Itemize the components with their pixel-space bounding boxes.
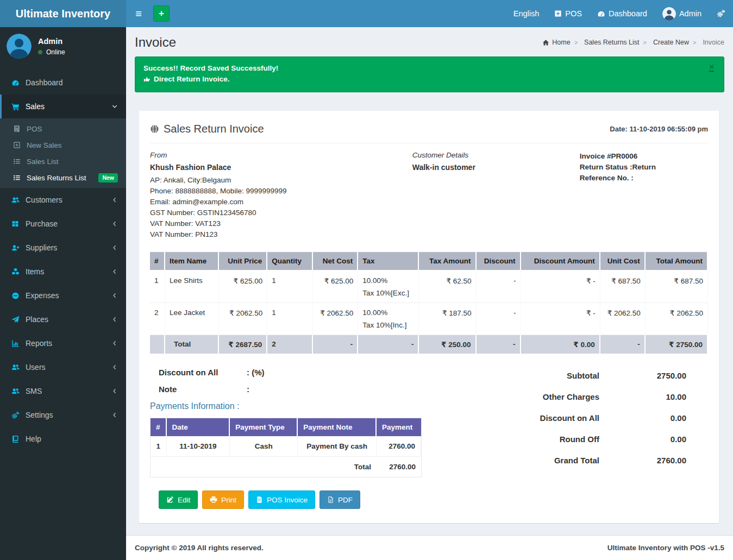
users-icon xyxy=(10,363,21,372)
sidebar-item-sales[interactable]: Sales xyxy=(0,95,126,118)
cell-pay-note: Payment By cash xyxy=(298,436,377,457)
breadcrumb-home[interactable]: Home xyxy=(542,39,570,46)
chevron-left-icon xyxy=(111,221,118,227)
cell-quantity: 1 xyxy=(267,303,313,335)
sidebar-item-pos[interactable]: POS xyxy=(0,121,126,137)
sidebar-item-label: Items xyxy=(26,267,44,276)
summary-discount-value: 0.00 xyxy=(599,413,686,423)
close-icon[interactable]: × xyxy=(709,62,714,72)
total-tax: - xyxy=(358,335,419,354)
customer-block: Customer Details Walk-in customer xyxy=(412,151,580,240)
cell-discount-amount: ₹ - xyxy=(521,303,600,335)
breadcrumb-create-new[interactable]: Create New xyxy=(640,39,689,46)
total-total-amount: ₹ 2750.00 xyxy=(646,335,708,354)
from-heading: From xyxy=(150,151,412,159)
avatar xyxy=(662,7,676,21)
sidebar-item-sms[interactable]: SMS xyxy=(0,379,126,403)
nav-pos-link[interactable]: POS xyxy=(547,0,590,27)
quick-add-button[interactable]: + xyxy=(153,5,170,22)
edit-button[interactable]: Edit xyxy=(159,490,198,509)
items-table: # Item Name Unit Price Quantity Net Cost… xyxy=(150,252,708,354)
sidebar-item-new-sales[interactable]: New Sales xyxy=(0,137,126,153)
col-pay-amount: Payment xyxy=(377,418,421,436)
total-tax-amount: ₹ 250.00 xyxy=(419,335,476,354)
invoice-card: Sales Return Invoice Date: 11-10-2019 06… xyxy=(139,111,719,523)
action-buttons: Edit Print POS Invoice PDF xyxy=(159,490,497,509)
subtotal-value: 2750.00 xyxy=(599,371,686,380)
breadcrumb-label: Create New xyxy=(653,39,689,46)
language-label: English xyxy=(513,9,540,18)
discount-on-all-value: : (%) xyxy=(247,368,265,377)
nav-dashboard-link[interactable]: Dashboard xyxy=(590,0,655,27)
cell-total-amount: ₹ 2062.50 xyxy=(646,303,708,335)
sidebar-item-sales-returns-list[interactable]: Sales Returns List New xyxy=(0,169,126,186)
list-icon xyxy=(12,174,22,181)
book-icon xyxy=(10,435,21,443)
user-menu[interactable]: Admin xyxy=(655,0,709,27)
sidebar-item-suppliers[interactable]: Suppliers xyxy=(0,236,126,260)
cell-unit-price: ₹ 2062.50 xyxy=(219,303,267,335)
company-vat2: VAT Number: PN123 xyxy=(150,229,412,240)
cell-item-name: Lee Shirts xyxy=(165,271,219,303)
paper-plane-icon xyxy=(10,316,21,324)
sidebar-user-status: Online xyxy=(38,48,65,56)
cell-pay-date: 11-10-2019 xyxy=(167,436,230,457)
sidebar-item-reports[interactable]: Reports xyxy=(0,331,126,355)
sidebar-item-sales-list[interactable]: Sales List xyxy=(0,153,126,169)
menu-toggle-icon[interactable]: ≡ xyxy=(126,0,151,27)
invoice-card-header: Sales Return Invoice Date: 11-10-2019 06… xyxy=(150,123,708,143)
sidebar-item-expenses[interactable]: Expenses xyxy=(0,284,126,307)
settings-menu[interactable] xyxy=(709,0,733,27)
sidebar-item-help[interactable]: Help xyxy=(0,427,126,451)
reference-no: Reference No. : xyxy=(580,173,708,184)
chevron-left-icon xyxy=(111,197,118,203)
chevron-down-icon xyxy=(111,103,118,110)
payments-row: 1 11-10-2019 Cash Payment By cash 2760.0… xyxy=(151,436,421,457)
sidebar: Ultimate Inventory Admin Online Dashboar… xyxy=(0,0,126,560)
col-pay-type: Payment Type xyxy=(230,418,298,436)
cogs-icon xyxy=(10,411,21,419)
sidebar-item-label: Customers xyxy=(26,196,62,204)
note-value: : xyxy=(247,385,249,394)
th-large-icon xyxy=(10,220,21,228)
cogs-icon xyxy=(717,9,725,18)
pos-invoice-button[interactable]: POS Invoice xyxy=(248,490,315,509)
sidebar-item-purchase[interactable]: Purchase xyxy=(0,212,126,236)
sidebar-item-items[interactable]: Items xyxy=(0,260,126,284)
printer-icon xyxy=(210,496,217,504)
plus-square-icon xyxy=(12,141,22,149)
col-num: # xyxy=(150,252,165,271)
copyright: Copyright © 2019 All rights reserved. xyxy=(135,544,264,552)
pdf-button[interactable]: PDF xyxy=(319,490,360,509)
chevron-left-icon xyxy=(111,316,118,323)
customer-heading: Customer Details xyxy=(412,151,580,159)
round-off-value: 0.00 xyxy=(599,435,686,444)
print-button[interactable]: Print xyxy=(202,490,244,509)
sidebar-item-places[interactable]: Places xyxy=(0,307,126,331)
sidebar-item-dashboard[interactable]: Dashboard xyxy=(0,71,126,95)
items-header-row: # Item Name Unit Price Quantity Net Cost… xyxy=(150,252,708,271)
sidebar-item-label: New Sales xyxy=(27,141,62,149)
sidebar-item-label: Purchase xyxy=(26,219,58,228)
sidebar-item-customers[interactable]: Customers xyxy=(0,188,126,212)
sales-submenu: POS New Sales Sales List Sales Returns L… xyxy=(0,118,126,188)
summary-row-subtotal: Subtotal 2750.00 xyxy=(497,371,686,380)
sidebar-item-users[interactable]: Users xyxy=(0,355,126,379)
brand-logo[interactable]: Ultimate Inventory xyxy=(0,0,126,27)
breadcrumb-sales-returns-list[interactable]: Sales Returns List xyxy=(571,39,640,46)
tax-detail: Tax 10%[Inc.] xyxy=(362,321,414,329)
app-version: Ultimate Inventory with POS -v1.5 xyxy=(607,544,724,552)
grand-total-label: Grand Total xyxy=(497,456,599,465)
discount-on-all-label: Discount on All xyxy=(159,368,247,377)
alert-link[interactable]: Direct Return Invoice. xyxy=(154,74,230,85)
total-unit-price: ₹ 2687.50 xyxy=(219,335,267,354)
company-gst: GST Number: GSTIN123456780 xyxy=(150,207,412,218)
items-row: 1 Lee Shirts ₹ 625.00 1 ₹ 625.00 10.00%T… xyxy=(150,271,708,303)
customer-name: Walk-in customer xyxy=(412,163,580,172)
col-unit-price: Unit Price xyxy=(219,252,267,271)
sidebar-item-settings[interactable]: Settings xyxy=(0,403,126,427)
cell-tax: 10.00%Tax 10%[Inc.] xyxy=(358,303,419,335)
tax-detail: Tax 10%[Exc.] xyxy=(362,289,414,297)
language-menu[interactable]: English xyxy=(506,0,547,27)
col-unit-cost: Unit Cost xyxy=(600,252,646,271)
